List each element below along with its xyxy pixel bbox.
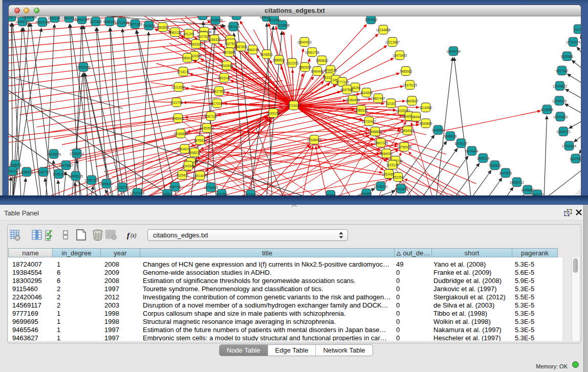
svg-text:12923448: 12923448 (130, 191, 145, 195)
svg-text:1145194: 1145194 (53, 172, 66, 176)
svg-text:2718176: 2718176 (177, 70, 190, 74)
svg-text:10654112: 10654112 (510, 181, 524, 184)
svg-text:9329966: 9329966 (561, 55, 574, 58)
svg-text:20364436: 20364436 (345, 98, 360, 102)
svg-text:7515526: 7515526 (143, 24, 156, 28)
svg-text:10961758: 10961758 (305, 51, 320, 54)
svg-text:104459: 104459 (361, 192, 372, 195)
svg-text:9227342: 9227342 (556, 69, 569, 73)
svg-text:8960128: 8960128 (169, 31, 182, 34)
svg-text:17544404: 17544404 (229, 16, 244, 17)
svg-text:10975867: 10975867 (59, 164, 74, 167)
svg-text:62160: 62160 (386, 102, 396, 105)
svg-text:9084067: 9084067 (380, 152, 393, 156)
svg-text:15720407: 15720407 (362, 120, 377, 123)
svg-text:16543382: 16543382 (189, 42, 204, 46)
svg-text:20391406: 20391406 (23, 16, 37, 19)
svg-text:19338454: 19338454 (307, 138, 322, 142)
svg-text:7625402: 7625402 (176, 173, 189, 177)
svg-text:12213389: 12213389 (171, 85, 186, 89)
svg-text:8215955: 8215955 (541, 108, 554, 112)
svg-text:1733426: 1733426 (395, 187, 408, 191)
svg-text:14555718: 14555718 (9, 16, 18, 19)
svg-text:9474444: 9474444 (466, 149, 478, 153)
svg-text:9699695: 9699695 (420, 122, 432, 125)
svg-text:7357224: 7357224 (227, 25, 240, 29)
svg-text:2803144: 2803144 (218, 76, 231, 80)
svg-text:14136141: 14136141 (374, 185, 388, 188)
svg-text:12975115: 12975115 (403, 83, 417, 87)
svg-text:15692971: 15692971 (556, 130, 571, 134)
svg-text:1527602: 1527602 (90, 20, 102, 24)
svg-text:1167533: 1167533 (570, 157, 581, 161)
svg-text:98444: 98444 (411, 115, 421, 119)
svg-text:12213967: 12213967 (385, 40, 400, 44)
svg-text:15751074: 15751074 (566, 40, 581, 44)
svg-text:252254: 252254 (393, 176, 404, 179)
svg-text:16210643: 16210643 (553, 115, 568, 119)
svg-text:16154808: 16154808 (376, 28, 391, 32)
svg-text:1156819: 1156819 (20, 170, 33, 174)
svg-text:12905135: 12905135 (69, 174, 83, 178)
svg-text:19166829: 19166829 (173, 132, 188, 136)
svg-text:8878334: 8878334 (194, 139, 207, 142)
svg-text:6497568: 6497568 (341, 88, 354, 92)
svg-text:1322203: 1322203 (286, 61, 299, 65)
svg-text:10973493: 10973493 (393, 54, 407, 57)
svg-text:8454749: 8454749 (247, 48, 259, 52)
svg-text:1010755: 1010755 (170, 101, 183, 104)
svg-text:3624554: 3624554 (360, 91, 373, 95)
svg-text:16033809: 16033809 (208, 18, 223, 22)
svg-text:16648784: 16648784 (446, 50, 461, 53)
svg-text:6479197: 6479197 (455, 142, 468, 145)
svg-text:17957255: 17957255 (84, 179, 99, 182)
svg-text:391141: 391141 (9, 169, 18, 173)
svg-text:7955812: 7955812 (316, 59, 329, 62)
svg-text:7485063: 7485063 (400, 70, 412, 73)
svg-text:9457791: 9457791 (169, 185, 182, 189)
svg-text:19654923: 19654923 (400, 129, 415, 133)
svg-text:12093822: 12093822 (553, 84, 568, 88)
svg-text:1965492: 1965492 (172, 117, 185, 120)
svg-text:6794028: 6794028 (324, 69, 337, 72)
svg-text:16914479: 16914479 (193, 174, 208, 178)
svg-text:4498222: 4498222 (188, 151, 201, 155)
svg-text:12444195: 12444195 (552, 99, 567, 103)
svg-text:10719155: 10719155 (115, 21, 129, 25)
svg-text:3875685: 3875685 (223, 51, 236, 54)
svg-text:8186328: 8186328 (208, 38, 221, 41)
svg-text:1340945: 1340945 (182, 164, 195, 168)
svg-text:8938928: 8938928 (444, 135, 457, 138)
svg-text:17016504: 17016504 (562, 144, 577, 148)
svg-text:891295: 891295 (183, 32, 194, 36)
svg-text:1562615: 1562615 (299, 65, 312, 69)
svg-text:10688609: 10688609 (368, 130, 383, 134)
svg-text:1615132: 1615132 (386, 163, 399, 167)
svg-text:f: f (127, 231, 130, 239)
svg-text:19218506: 19218506 (275, 24, 290, 27)
svg-text:2087682: 2087682 (365, 18, 378, 21)
svg-text:9054914: 9054914 (197, 16, 209, 17)
svg-text:18724007: 18724007 (287, 104, 301, 107)
svg-text:10671355: 10671355 (128, 23, 143, 26)
svg-text:15716485: 15716485 (204, 186, 219, 189)
svg-text:18807249: 18807249 (374, 141, 388, 145)
svg-text:(x): (x) (130, 233, 137, 238)
svg-text:11125: 11125 (574, 28, 581, 31)
svg-text:1935051: 1935051 (9, 163, 22, 167)
svg-text:7632621: 7632621 (489, 164, 502, 167)
svg-text:10807487: 10807487 (371, 97, 386, 100)
svg-text:19756928: 19756928 (397, 145, 412, 149)
svg-text:817004: 817004 (211, 102, 223, 105)
svg-text:8267110: 8267110 (205, 115, 217, 118)
svg-text:9146821: 9146821 (260, 53, 273, 56)
svg-text:98901: 98901 (183, 56, 192, 60)
svg-text:18300295: 18300295 (266, 112, 281, 115)
svg-text:10958107: 10958107 (99, 182, 114, 186)
svg-text:20053346: 20053346 (76, 65, 91, 69)
svg-text:10653267: 10653267 (75, 18, 90, 21)
svg-text:1440954: 1440954 (432, 128, 445, 132)
svg-text:8427552: 8427552 (213, 90, 226, 93)
svg-text:1588520: 1588520 (273, 58, 286, 62)
svg-text:8471676: 8471676 (499, 171, 512, 175)
